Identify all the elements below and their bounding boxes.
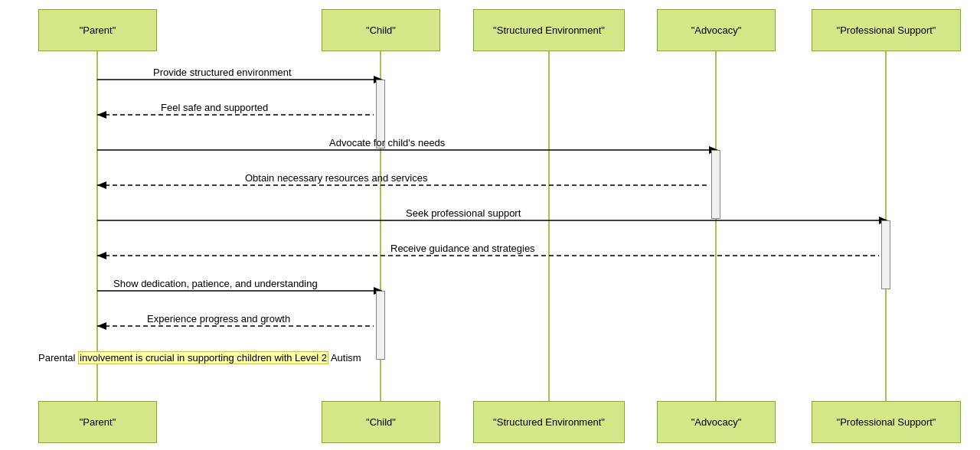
actor-advocacy-top: "Advocacy": [657, 9, 776, 51]
msg5-label: Seek professional support: [406, 207, 521, 219]
msg1-label: Provide structured environment: [153, 67, 292, 78]
activation-child-2: [376, 291, 385, 360]
msg4-label: Obtain necessary resources and services: [245, 172, 427, 184]
actor-structured-env-bottom: "Structured Environment": [473, 401, 625, 443]
svg-marker-20: [97, 322, 106, 330]
actor-child-bottom: "Child": [322, 401, 440, 443]
msg6-label: Receive guidance and strategies: [390, 243, 535, 254]
actor-professional-support-top: "Professional Support": [812, 9, 961, 51]
diagram-container: "Parent" "Child" "Structured Environment…: [0, 0, 980, 450]
arrows-svg: [0, 0, 980, 450]
actor-child-top: "Child": [322, 9, 440, 51]
svg-marker-12: [97, 181, 106, 189]
actor-parent-top: "Parent": [38, 9, 157, 51]
actor-professional-support-bottom: "Professional Support": [812, 401, 961, 443]
msg3-label: Advocate for child's needs: [329, 137, 445, 148]
msg8-label: Experience progress and growth: [147, 313, 290, 324]
msg7-label: Show dedication, patience, and understan…: [113, 278, 318, 289]
actor-advocacy-bottom: "Advocacy": [657, 401, 776, 443]
actor-parent-bottom: "Parent": [38, 401, 157, 443]
note-text: Parental involvement is crucial in suppo…: [38, 352, 361, 364]
msg2-label: Feel safe and supported: [161, 102, 268, 113]
activation-professional-support: [881, 220, 890, 289]
svg-marker-8: [97, 111, 106, 119]
actor-structured-env-top: "Structured Environment": [473, 9, 625, 51]
activation-advocacy: [711, 150, 720, 219]
svg-marker-16: [97, 252, 106, 259]
